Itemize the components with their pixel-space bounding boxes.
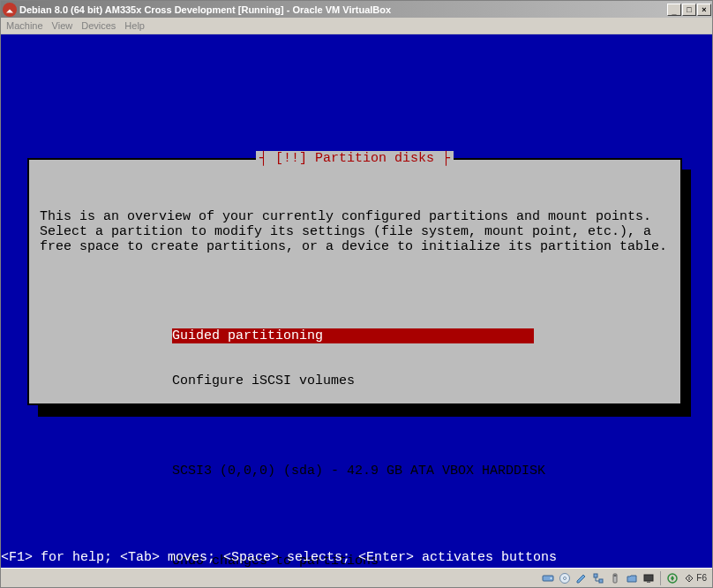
maximize-button[interactable]: □ <box>682 4 696 16</box>
partition-dialog: ┤ [!!] Partition disks ├ This is an over… <box>27 158 682 405</box>
window-controls: _ □ × <box>667 4 712 16</box>
dialog-title: ┤ [!!] Partition disks ├ <box>256 151 454 166</box>
menubar: Machine View Devices Help <box>1 18 712 34</box>
menu-item-guided[interactable]: Guided partitioning <box>172 328 534 343</box>
virtualbox-window: Debian 8.0 (64 bit) AM335x Cross Develop… <box>0 0 713 588</box>
help-bar: <F1> for help; <Tab> moves; <Space> sele… <box>1 550 712 568</box>
menu-item-iscsi[interactable]: Configure iSCSI volumes <box>172 373 534 388</box>
menu-help[interactable]: Help <box>124 20 145 31</box>
dialog-intro: This is an overview of your currently co… <box>40 209 670 254</box>
close-button[interactable]: × <box>697 4 711 16</box>
guest-display[interactable]: ┤ [!!] Partition disks ├ This is an over… <box>1 34 712 568</box>
host-key-indicator[interactable]: F6 <box>682 573 709 584</box>
menu-devices[interactable]: Devices <box>81 20 116 31</box>
menu-item-disk0[interactable]: SCSI3 (0,0,0) (sda) - 42.9 GB ATA VBOX H… <box>172 464 534 479</box>
partition-menu: Guided partitioning Configure iSCSI volu… <box>172 298 670 588</box>
window-title: Debian 8.0 (64 bit) AM335x Cross Develop… <box>19 4 391 15</box>
menu-machine[interactable]: Machine <box>6 20 43 31</box>
minimize-button[interactable]: _ <box>667 4 681 16</box>
titlebar: Debian 8.0 (64 bit) AM335x Cross Develop… <box>1 1 712 18</box>
vbox-app-icon <box>3 3 17 17</box>
menu-view[interactable]: View <box>52 20 73 31</box>
